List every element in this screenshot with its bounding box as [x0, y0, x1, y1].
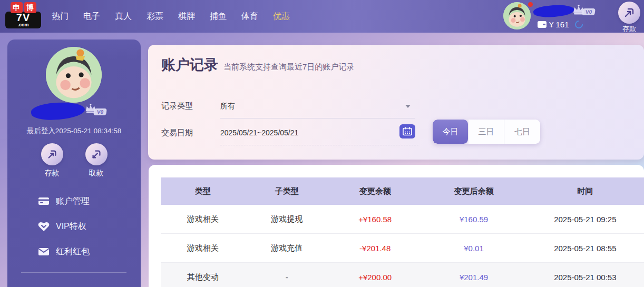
table-row: 游戏相关 游戏充值 -¥201.48 ¥0.01 2025-05-21 08:5… [161, 234, 644, 263]
sidebar-menu: 账户管理 VIP特权 红利红包 [38, 195, 90, 258]
cell-balance-after: ¥0.01 [421, 244, 526, 253]
sidebar-deposit-label: 存款 [35, 169, 69, 178]
col-header-subtype: 子类型 [245, 186, 328, 196]
cell-subtype: 游戏提现 [245, 214, 328, 224]
envelope-icon [38, 246, 50, 258]
username-censored [533, 4, 574, 18]
sidebar-withdraw-icon [85, 143, 108, 165]
sidebar-withdraw-button[interactable]: 取款 [80, 143, 113, 178]
notification-dot [528, 2, 533, 7]
nav-deposit-button[interactable]: 存款 [618, 2, 641, 34]
nav-item-hot[interactable]: 热门 [44, 11, 76, 22]
deposit-icon [618, 2, 640, 24]
logo-sub-text: .com [17, 23, 28, 27]
balance-amount: ¥ 161 [549, 20, 569, 29]
nav-user-area: V0 ¥ 161 存款 [496, 0, 644, 33]
refresh-balance-icon[interactable] [573, 19, 584, 30]
nav-item-chess[interactable]: 棋牌 [171, 11, 202, 22]
logo-badge-bo: 博 [24, 2, 36, 13]
sidebar-divider [21, 272, 126, 273]
sidebar-avatar[interactable] [46, 47, 102, 103]
records-table: 类型 子类型 变更余额 变更后余额 时间 游戏相关 游戏提现 +¥160.58 … [161, 177, 644, 287]
table-header-row: 类型 子类型 变更余额 变更后余额 时间 [161, 177, 644, 205]
cell-type: 其他变动 [161, 272, 245, 282]
sidebar-item-label: 红利红包 [56, 246, 90, 258]
cell-balance-after: ¥160.59 [421, 215, 526, 224]
date-range-input[interactable]: 2025/05/21~2025/05/21 [220, 128, 298, 137]
table-row: 游戏相关 游戏提现 +¥160.58 ¥160.59 2025-05-21 09… [161, 205, 644, 234]
date-range-label: 交易日期 [161, 128, 193, 138]
nav-item-slots[interactable]: 电子 [76, 11, 108, 22]
col-header-change: 变更余额 [329, 186, 421, 196]
record-type-underline [220, 118, 415, 118]
table-row: 其他变动 - +¥200.00 ¥201.49 2025-05-21 00:53 [161, 263, 644, 287]
range-button-three-days[interactable]: 三日 [469, 120, 504, 144]
sidebar: V0 最后登入2025-05-21 08:34:58 存款 取款 [7, 39, 141, 287]
cell-type: 游戏相关 [161, 214, 245, 224]
cell-time: 2025-05-21 00:53 [526, 273, 644, 282]
card-icon [38, 195, 50, 207]
vip-level-badge: V0 [582, 8, 596, 15]
wallet-icon [538, 21, 547, 28]
record-type-label: 记录类型 [161, 101, 193, 111]
cell-time: 2025-05-21 08:55 [526, 244, 644, 253]
cell-change-amount: -¥201.48 [329, 244, 421, 253]
nav-item-promo[interactable]: 优惠 [266, 11, 297, 22]
cell-type: 游戏相关 [161, 243, 245, 253]
sidebar-vip-level-badge: V0 [93, 108, 107, 115]
last-login-text: 最后登入2025-05-21 08:34:58 [7, 126, 141, 136]
site-logo[interactable]: 申 博 7V .com [5, 2, 41, 28]
sidebar-item-label: VIP特权 [56, 221, 86, 232]
sidebar-item-label: 账户管理 [56, 196, 90, 207]
nav-item-lottery[interactable]: 彩票 [139, 11, 171, 22]
quick-actions: 存款 取款 [7, 143, 141, 178]
logo-box: 7V .com [5, 12, 41, 28]
nav-deposit-label: 存款 [618, 24, 641, 34]
logo-main-text: 7V [16, 12, 30, 23]
nav-item-sports[interactable]: 体育 [234, 11, 266, 22]
col-header-type: 类型 [161, 186, 245, 196]
balance-area: ¥ 161 [538, 20, 583, 29]
cell-change-amount: +¥200.00 [329, 273, 421, 282]
sidebar-item-vip-privilege[interactable]: VIP特权 [38, 221, 90, 232]
col-header-balance-after: 变更后余额 [421, 186, 526, 196]
cell-subtype: 游戏充值 [245, 243, 328, 253]
avatar-image [503, 2, 531, 29]
sidebar-item-bonus-redpacket[interactable]: 红利红包 [38, 246, 90, 258]
nav-item-live[interactable]: 真人 [108, 11, 139, 22]
calendar-icon[interactable] [399, 124, 415, 138]
sidebar-username-censored [31, 101, 85, 121]
date-range-quick-buttons: 今日 三日 七日 [433, 120, 540, 144]
logo-badge-shen: 申 [11, 2, 23, 13]
col-header-time: 时间 [526, 186, 644, 196]
sidebar-withdraw-label: 取款 [80, 169, 113, 178]
cell-change-amount: +¥160.58 [329, 215, 421, 224]
nav-item-fishing[interactable]: 捕鱼 [202, 11, 234, 22]
cell-time: 2025-05-21 09:25 [526, 215, 644, 224]
sidebar-item-account-management[interactable]: 账户管理 [38, 195, 90, 207]
cell-balance-after: ¥201.49 [421, 273, 526, 282]
user-avatar[interactable] [503, 2, 531, 29]
page-subtitle: 当前系统支持查询最近7日的账户记录 [223, 62, 354, 72]
top-nav: 申 博 7V .com 热门 电子 真人 彩票 棋牌 捕鱼 体育 优惠 [0, 0, 644, 33]
sidebar-avatar-image [46, 47, 102, 103]
nav-menu: 热门 电子 真人 彩票 棋牌 捕鱼 体育 优惠 [44, 0, 297, 33]
range-button-seven-days[interactable]: 七日 [504, 120, 540, 144]
cell-subtype: - [245, 273, 328, 282]
range-button-today[interactable]: 今日 [433, 120, 469, 144]
sidebar-deposit-button[interactable]: 存款 [35, 143, 69, 178]
account-records-panel: 账户记录 当前系统支持查询最近7日的账户记录 记录类型 所有 交易日期 2025… [148, 45, 644, 160]
record-type-select[interactable]: 所有 [220, 102, 235, 111]
records-table-card: 类型 子类型 变更余额 变更后余额 时间 游戏相关 游戏提现 +¥160.58 … [149, 165, 644, 287]
sidebar-deposit-icon [41, 143, 63, 165]
date-range-underline [220, 145, 418, 145]
page-title: 账户记录 [161, 55, 218, 74]
chevron-down-icon[interactable] [405, 105, 411, 108]
vip-shield-icon [38, 221, 50, 232]
